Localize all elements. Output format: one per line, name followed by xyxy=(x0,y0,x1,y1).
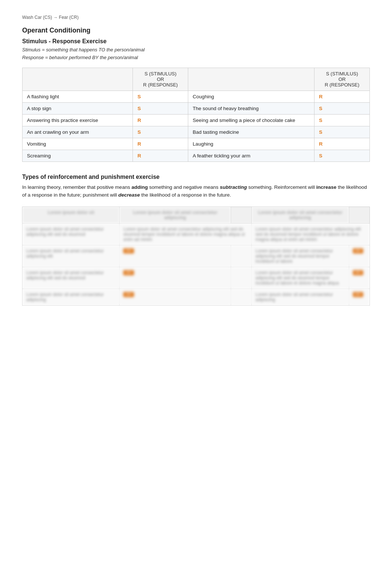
sr2-cell-3: S xyxy=(314,126,370,138)
blurred-badge-5: PP xyxy=(123,292,134,297)
table-header-col3 xyxy=(188,68,314,91)
blurred-row-2: Lorem ipsum dolor sit amet consectetur a… xyxy=(23,245,370,267)
item2-cell-1: The sound of heavy breathing xyxy=(188,102,314,114)
sr1-cell-0: S xyxy=(133,91,188,102)
reinforce-description: In learning theory, remember that positi… xyxy=(22,183,370,199)
blurred-cell-4-1: Lorem ipsum dolor sit amet consectetur a… xyxy=(23,289,120,305)
blurred-row-3: Lorem ipsum dolor sit amet consectetur a… xyxy=(23,267,370,289)
table-header-col2: S (STIMULUS) OR R (RESPONSE) xyxy=(133,68,188,91)
item1-cell-3: An ant crawling on your arm xyxy=(23,126,133,138)
sr2-cell-0: R xyxy=(314,91,370,102)
sr2-cell-1: S xyxy=(314,102,370,114)
section-title: Operant Conditioning xyxy=(22,27,370,34)
item1-cell-5: Screaming xyxy=(23,150,133,161)
top-note: Wash Car (CS) → Fear (CR) xyxy=(22,15,370,20)
sr2-cell-4: R xyxy=(314,138,370,150)
blurred-cell-3-4: Lorem ipsum dolor sit amet consectetur a… xyxy=(252,267,349,289)
item2-cell-0: Coughing xyxy=(188,91,314,102)
blurred-cell-1-3: Lorem ipsum dolor sit amet consectetur a… xyxy=(252,223,370,245)
table-row-0: A flashing light S Coughing R xyxy=(23,91,370,102)
item2-cell-2: Seeing and smelling a piece of chocolate… xyxy=(188,114,314,126)
table-header-col4: S (STIMULUS) OR R (RESPONSE) xyxy=(314,68,370,91)
blurred-header-1: Lorem ipsum dolor sit xyxy=(23,207,120,223)
blurred-row-1: Lorem ipsum dolor sit amet consectetur a… xyxy=(23,223,370,245)
sr1-cell-1: S xyxy=(133,102,188,114)
blurred-badge-2: PP xyxy=(353,248,364,254)
sr1-cell-5: R xyxy=(133,150,188,161)
blurred-cell-4-2: PP xyxy=(120,289,231,305)
table-row-1: A stop sign S The sound of heavy breathi… xyxy=(23,102,370,114)
item1-cell-1: A stop sign xyxy=(23,102,133,114)
blurred-cell-4-4: Lorem ipsum dolor sit amet consectetur a… xyxy=(252,289,349,305)
blurred-cell-1-1: Lorem ipsum dolor sit amet consectetur a… xyxy=(23,223,120,245)
blurred-badge-6: PP xyxy=(353,292,364,297)
stimulus-response-table: S (STIMULUS) OR R (RESPONSE) S (STIMULUS… xyxy=(22,68,370,162)
blurred-header-2: Lorem ipsum dolor sit amet consectetur a… xyxy=(120,207,231,223)
blurred-header-4: Lorem ipsum dolor sit amet consectetur a… xyxy=(252,207,349,223)
blurred-cell-1-2: Lorem ipsum dolor sit amet consectetur a… xyxy=(120,223,252,245)
blurred-cell-3-3 xyxy=(231,267,251,289)
blurred-header-5 xyxy=(349,207,370,223)
blurred-cell-4-5: PP xyxy=(349,289,370,305)
reinforce-title: Types of reinforcement and punishment ex… xyxy=(22,174,370,180)
blurred-cell-2-2: PP xyxy=(120,245,231,267)
table-row-3: An ant crawling on your arm S Bad tastin… xyxy=(23,126,370,138)
sr1-cell-4: R xyxy=(133,138,188,150)
blurred-row-4: Lorem ipsum dolor sit amet consectetur a… xyxy=(23,289,370,305)
blurred-cell-3-1: Lorem ipsum dolor sit amet consectetur a… xyxy=(23,267,120,289)
subtitle-line-2: Response = behavior performed BY the per… xyxy=(22,55,138,60)
blurred-cell-3-2: PP xyxy=(120,267,231,289)
item1-cell-4: Vomiting xyxy=(23,138,133,150)
subsection-title: Stimulus - Response Exercise xyxy=(22,38,370,45)
blurred-header-3 xyxy=(231,207,251,223)
sr2-cell-5: S xyxy=(314,150,370,161)
item2-cell-4: Laughing xyxy=(188,138,314,150)
blurred-badge-1: PP xyxy=(123,248,134,254)
subtitle-line-1: Stimulus = something that happens TO the… xyxy=(22,47,145,52)
subtitle-lines: Stimulus = something that happens TO the… xyxy=(22,46,370,62)
blurred-cell-2-5: PP xyxy=(349,245,370,267)
blurred-reinforcement-table: Lorem ipsum dolor sit Lorem ipsum dolor … xyxy=(22,207,370,306)
item2-cell-3: Bad tasting medicine xyxy=(188,126,314,138)
sr1-cell-3: S xyxy=(133,126,188,138)
sr2-cell-2: S xyxy=(314,114,370,126)
sr1-cell-2: R xyxy=(133,114,188,126)
table-row-4: Vomiting R Laughing R xyxy=(23,138,370,150)
item1-cell-0: A flashing light xyxy=(23,91,133,102)
item2-cell-5: A feather tickling your arm xyxy=(188,150,314,161)
table-row-5: Screaming R A feather tickling your arm … xyxy=(23,150,370,161)
blurred-cell-3-5: PP xyxy=(349,267,370,289)
table-header-col1 xyxy=(23,68,133,91)
blurred-cell-4-3 xyxy=(231,289,251,305)
blurred-cell-2-4: Lorem ipsum dolor sit amet consectetur a… xyxy=(252,245,349,267)
table-row-2: Answering this practice exercise R Seein… xyxy=(23,114,370,126)
item1-cell-2: Answering this practice exercise xyxy=(23,114,133,126)
blurred-cell-2-1: Lorem ipsum dolor sit amet consectetur a… xyxy=(23,245,120,267)
blurred-badge-3: PP xyxy=(123,270,134,275)
blurred-badge-4: PP xyxy=(353,270,364,275)
blurred-cell-2-3 xyxy=(231,245,251,267)
